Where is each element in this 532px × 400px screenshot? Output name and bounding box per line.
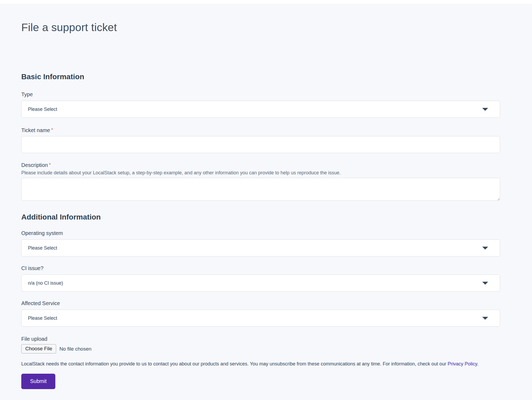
form-container: File a support ticket Basic Information …	[0, 4, 532, 389]
operating-system-select[interactable]: Please Select	[21, 239, 500, 256]
required-asterisk: *	[49, 162, 51, 167]
ci-issue-label: CI issue?	[21, 265, 500, 271]
description-helper-text: Please include details about your LocalS…	[21, 170, 500, 176]
caret-down-icon	[482, 282, 488, 285]
caret-down-icon	[482, 247, 488, 250]
file-upload-control: Choose File No file chosen	[21, 344, 500, 353]
privacy-text: LocalStack needs the contact information…	[21, 361, 448, 367]
choose-file-button[interactable]: Choose File	[21, 344, 56, 353]
ticket-name-input[interactable]	[21, 136, 500, 153]
type-label: Type	[21, 91, 500, 98]
type-select[interactable]: Please Select	[21, 101, 500, 118]
ci-issue-select[interactable]: n/a (no CI issue)	[21, 275, 500, 292]
operating-system-label: Operating system	[21, 230, 500, 236]
affected-service-select[interactable]: Please Select	[21, 310, 500, 327]
description-textarea[interactable]	[21, 178, 500, 201]
caret-down-icon	[482, 317, 488, 320]
required-asterisk: *	[51, 127, 53, 133]
operating-system-select-value: Please Select	[22, 245, 57, 251]
privacy-text-period: .	[477, 361, 479, 367]
section-heading-basic-information: Basic Information	[21, 73, 500, 81]
type-select-value: Please Select	[22, 107, 57, 112]
ci-issue-select-value: n/a (no CI issue)	[22, 280, 63, 286]
affected-service-label: Affected Service	[21, 300, 500, 306]
submit-button[interactable]: Submit	[21, 374, 55, 389]
privacy-notice: LocalStack needs the contact information…	[21, 361, 500, 367]
file-upload-status: No file chosen	[59, 346, 91, 352]
page-title: File a support ticket	[21, 21, 500, 34]
caret-down-icon	[482, 108, 488, 111]
affected-service-select-value: Please Select	[22, 315, 57, 321]
section-heading-additional-information: Additional Information	[21, 213, 500, 221]
support-ticket-page: File a support ticket Basic Information …	[0, 4, 532, 400]
ticket-name-label: Ticket name*	[21, 127, 500, 133]
privacy-policy-link[interactable]: Privacy Policy	[448, 361, 477, 367]
file-upload-label: File upload	[21, 336, 500, 342]
description-label: Description*	[21, 162, 500, 168]
